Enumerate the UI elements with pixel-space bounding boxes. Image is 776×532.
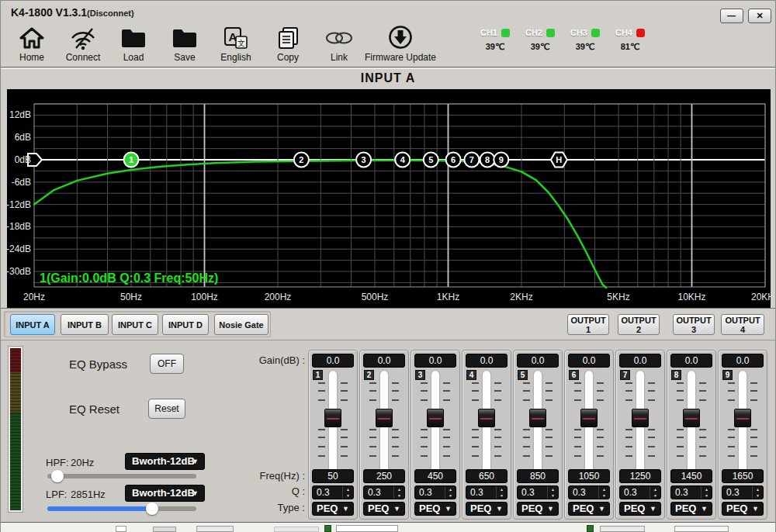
tab-output-3[interactable]: OUTPUT 3	[673, 314, 715, 335]
tab-input-a[interactable]: INPUT A	[10, 314, 55, 335]
svg-text:7: 7	[469, 155, 474, 164]
close-button[interactable]: ✕	[748, 9, 771, 23]
tab-output-4[interactable]: OUTPUT 4	[721, 314, 764, 335]
spinner-arrows-icon[interactable]: ▲▼	[445, 486, 456, 499]
page-title: INPUT A	[1, 68, 775, 89]
toolbar-item-firmware-update[interactable]: Firmware Update	[354, 25, 447, 63]
band-type-dropdown[interactable]: PEQ▼	[568, 502, 610, 516]
band-q-spinner[interactable]: 0.3 ▲▼	[722, 485, 764, 499]
lpf-frequency-slider[interactable]	[47, 503, 196, 515]
eq-reset-button[interactable]: Reset	[148, 399, 185, 419]
x-axis-tick: 2KHz	[510, 292, 532, 302]
band-q-spinner[interactable]: 0.3 ▲▼	[312, 485, 354, 499]
chevron-down-icon: ▼	[192, 485, 199, 501]
hpf-type-dropdown[interactable]: Bworth-12dB▼	[125, 453, 205, 470]
eq-band-strip: 0.0 8 1450 0.3 ▲▼ PEQ▼	[667, 350, 716, 520]
tab-output-2[interactable]: OUTPUT 2	[618, 314, 660, 335]
spinner-arrows-icon[interactable]: ▲▼	[393, 486, 404, 499]
band-type-dropdown[interactable]: PEQ▼	[517, 502, 559, 516]
eq-band-strip: 0.0 2 250 0.3 ▲▼ PEQ▼	[359, 350, 409, 520]
band-type-dropdown[interactable]: PEQ▼	[722, 502, 764, 516]
tab-input-d[interactable]: INPUT D	[162, 314, 209, 335]
status-led-icon	[636, 29, 645, 37]
spinner-arrows-icon[interactable]: ▲▼	[752, 486, 763, 499]
lpf-value: 2851Hz	[71, 489, 106, 500]
x-axis-tick: 20KHz	[751, 292, 771, 302]
band-freq-display: 650	[466, 469, 508, 483]
band-type-dropdown[interactable]: PEQ▼	[414, 502, 456, 516]
channel-status-ch4: CH481℃	[608, 28, 653, 52]
firmware-update-icon	[354, 25, 447, 50]
band-fader-knob[interactable]	[632, 409, 649, 427]
band-freq-display: 850	[517, 469, 559, 483]
band-fader-knob[interactable]	[427, 409, 444, 427]
spinner-arrows-icon[interactable]: ▲▼	[547, 486, 558, 499]
band-q-spinner[interactable]: 0.3 ▲▼	[619, 485, 661, 499]
connection-status: (Disconnet)	[87, 9, 134, 18]
x-axis-tick: 1KHz	[437, 292, 459, 302]
band-type-dropdown[interactable]: PEQ▼	[363, 502, 405, 516]
band-type-dropdown[interactable]: PEQ▼	[670, 502, 712, 516]
band-q-spinner[interactable]: 0.3 ▲▼	[517, 485, 559, 499]
tab-nosie-gate[interactable]: Nosie Gate	[214, 314, 268, 335]
eq-bypass-button[interactable]: OFF	[150, 354, 184, 374]
band-q-spinner[interactable]: 0.3 ▲▼	[568, 485, 610, 499]
band-fader-knob[interactable]	[734, 409, 751, 427]
band-fader-knob[interactable]	[478, 409, 495, 427]
eq-band-strip: 0.0 3 450 0.3 ▲▼ PEQ▼	[411, 350, 460, 520]
chevron-down-icon: ▼	[445, 503, 452, 515]
band-q-spinner[interactable]: 0.3 ▲▼	[363, 485, 405, 499]
chevron-down-icon: ▼	[342, 503, 349, 515]
level-meter	[9, 347, 23, 512]
spinner-arrows-icon[interactable]: ▲▼	[496, 486, 507, 499]
spinner-arrows-icon[interactable]: ▲▼	[598, 486, 609, 499]
band-q-spinner[interactable]: 0.3 ▲▼	[414, 485, 456, 499]
band-number-badge: 5	[518, 370, 528, 380]
gain-column-label: Gain(dB) :	[230, 354, 305, 366]
band-type-dropdown[interactable]: PEQ▼	[312, 502, 354, 516]
band-q-spinner[interactable]: 0.3 ▲▼	[466, 485, 508, 499]
y-axis-tick: -30dB	[7, 266, 31, 277]
eq-band-strip: 0.0 1 50 0.3 ▲▼ PEQ▼	[308, 350, 358, 520]
band-fader-knob[interactable]	[324, 409, 341, 427]
band-number-badge: 6	[569, 370, 579, 380]
band-number-badge: 7	[620, 370, 630, 380]
hpf-frequency-slider[interactable]	[47, 470, 196, 482]
svg-text:6: 6	[451, 155, 456, 164]
window-title: K4-1800 V1.3.1(Disconnet)	[11, 6, 134, 19]
lpf-type-dropdown[interactable]: Bworth-12dB▼	[125, 485, 205, 502]
band-fader-knob[interactable]	[580, 409, 598, 427]
spinner-arrows-icon[interactable]: ▲▼	[701, 486, 712, 499]
band-type-dropdown[interactable]: PEQ▼	[466, 502, 508, 516]
band-gain-display: 0.0	[568, 354, 610, 368]
hpf-slider-thumb[interactable]	[51, 470, 64, 482]
tab-input-c[interactable]: INPUT C	[112, 314, 158, 335]
tab-output-1[interactable]: OUTPUT 1	[567, 314, 609, 335]
band-type-dropdown[interactable]: PEQ▼	[619, 502, 661, 516]
eq-band-strip: 0.0 6 1050 0.3 ▲▼ PEQ▼	[564, 350, 614, 520]
svg-text:2: 2	[299, 155, 303, 164]
x-axis-tick: 200Hz	[265, 292, 292, 302]
y-axis-tick: 6dB	[15, 132, 31, 143]
minimize-button[interactable]: —	[720, 9, 743, 23]
band-q-spinner[interactable]: 0.3 ▲▼	[670, 485, 712, 499]
eq-curve	[34, 161, 606, 288]
spinner-arrows-icon[interactable]: ▲▼	[342, 486, 353, 499]
eq-response-graph[interactable]: 12345678H91(Gain:0.0dB Q:0.3 Freq:50Hz)2…	[7, 89, 771, 308]
chevron-down-icon: ▼	[496, 503, 503, 515]
band-freq-display: 250	[363, 469, 405, 483]
x-axis-tick: 500Hz	[362, 292, 389, 302]
tab-input-b[interactable]: INPUT B	[61, 314, 109, 335]
band-gain-display: 0.0	[312, 354, 354, 368]
type-column-label: Type :	[230, 502, 305, 513]
band-gain-display: 0.0	[517, 354, 559, 368]
band-fader-knob[interactable]	[529, 409, 546, 427]
eq-band-strip: 0.0 9 1650 0.3 ▲▼ PEQ▼	[718, 350, 767, 520]
hpf-value: 20Hz	[71, 457, 94, 468]
band-fader-knob[interactable]	[376, 409, 393, 427]
band-fader-knob[interactable]	[683, 409, 700, 427]
spinner-arrows-icon[interactable]: ▲▼	[650, 486, 660, 499]
chevron-down-icon: ▼	[598, 503, 605, 515]
channel-status-ch3: CH339℃	[563, 28, 608, 52]
lpf-slider-thumb[interactable]	[146, 503, 158, 515]
